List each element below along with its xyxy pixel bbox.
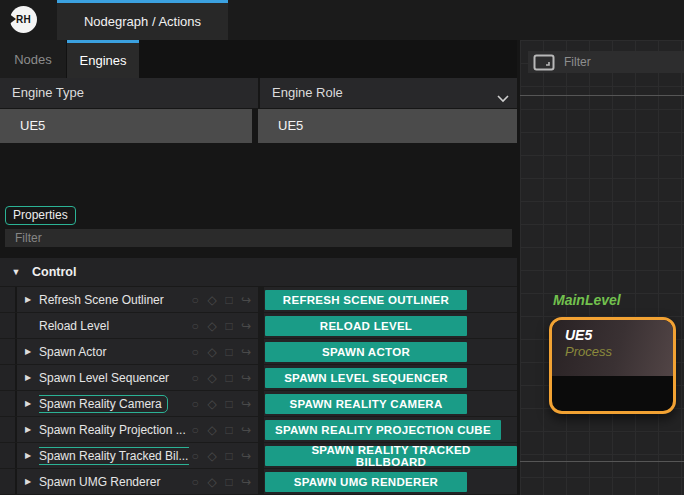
circle-icon[interactable]: ○ [189,320,201,332]
property-label: Reload Level [39,319,109,333]
circle-icon[interactable]: ○ [189,424,201,436]
row-icon-group: ○ ◇ □ ↪ [189,450,252,462]
keyframe-diamond-icon[interactable]: ◇ [206,398,218,410]
tab-nodegraph-actions[interactable]: Nodegraph / Actions [57,0,228,40]
goto-arrow-icon[interactable]: ↪ [240,424,252,436]
tab-nodes[interactable]: Nodes [0,40,66,78]
fit-view-icon[interactable] [533,54,555,71]
control-group-header[interactable]: ▼ Control [0,258,517,287]
keyframe-diamond-icon[interactable]: ◇ [206,450,218,462]
keyframe-diamond-icon[interactable]: ◇ [206,346,218,358]
property-row[interactable]: ▶ Spawn Reality Camera ○ ◇ □ ↪ SPAWN REA… [0,391,517,417]
spawn-reality-camera-button[interactable]: SPAWN REALITY CAMERA [265,394,467,414]
square-icon[interactable]: □ [223,450,235,462]
node-header: UE5 Process [552,320,673,376]
property-row[interactable]: ▶ Spawn Actor ○ ◇ □ ↪ SPAWN ACTOR [0,339,517,365]
property-row[interactable]: ▶ Refresh Scene Outliner ○ ◇ □ ↪ REFRESH… [0,287,517,313]
spawn-actor-button[interactable]: SPAWN ACTOR [265,342,467,362]
property-row[interactable]: Reload Level ○ ◇ □ ↪ RELOAD LEVEL [0,313,517,339]
property-row[interactable]: ▶ Spawn Reality Projection ... ○ ◇ □ ↪ S… [0,417,517,443]
reload-level-button[interactable]: RELOAD LEVEL [265,316,467,336]
property-row[interactable]: ▶ Spawn Level Sequencer ○ ◇ □ ↪ SPAWN LE… [0,365,517,391]
square-icon[interactable]: □ [223,398,235,410]
tab-nodes-label: Nodes [14,52,52,67]
expand-arrow-icon[interactable]: ▶ [17,399,39,408]
row-gutter [0,469,17,494]
goto-arrow-icon[interactable]: ↪ [240,294,252,306]
property-row[interactable]: ▶ Spawn Reality Tracked Bil... ○ ◇ □ ↪ S… [0,443,517,469]
row-gutter [0,443,17,468]
property-row[interactable]: ▶ Spawn UMG Renderer ○ ◇ □ ↪ SPAWN UMG R… [0,469,517,495]
action-cell: RELOAD LEVEL [264,313,517,338]
expand-arrow-icon[interactable]: ▶ [17,295,39,304]
square-icon[interactable]: □ [223,320,235,332]
goto-arrow-icon[interactable]: ↪ [240,346,252,358]
square-icon[interactable]: □ [223,346,235,358]
spawn-umg-renderer-button[interactable]: SPAWN UMG RENDERER [265,472,467,492]
engine-table-row[interactable]: UE5 UE5 [0,109,517,143]
reality-hub-logo: RH [10,6,37,33]
expand-arrow-icon[interactable]: ▶ [17,477,39,486]
row-icon-group: ○ ◇ □ ↪ [189,294,252,306]
app-window: RH Nodegraph / Actions Nodes Engines Eng… [0,0,684,495]
goto-arrow-icon[interactable]: ↪ [240,320,252,332]
goto-arrow-icon[interactable]: ↪ [240,476,252,488]
circle-icon[interactable]: ○ [189,476,201,488]
grid-major-line [520,95,684,96]
action-cell: SPAWN REALITY TRACKED BILLBOARD [264,443,517,468]
tab-engines[interactable]: Engines [67,40,139,78]
action-cell: SPAWN REALITY CAMERA [264,391,517,416]
keyframe-diamond-icon[interactable]: ◇ [206,320,218,332]
node-title: UE5 [565,327,673,343]
spawn-reality-projection-cube-button[interactable]: SPAWN REALITY PROJECTION CUBE [265,420,501,440]
keyframe-diamond-icon[interactable]: ◇ [206,476,218,488]
nodegraph-canvas[interactable]: MainLevel UE5 Process [520,40,684,495]
goto-arrow-icon[interactable]: ↪ [240,372,252,384]
circle-icon[interactable]: ○ [189,346,201,358]
row-gutter [0,365,17,390]
graph-filter-input[interactable] [564,55,674,69]
chevron-down-icon[interactable] [497,89,509,107]
square-icon[interactable]: □ [223,476,235,488]
properties-badge: Properties [5,206,76,225]
column-header-engine-role[interactable]: Engine Role [258,78,517,108]
circle-icon[interactable]: ○ [189,294,201,306]
expand-arrow-icon[interactable]: ▶ [17,373,39,382]
engine-table-header: Engine Type Engine Role [0,78,517,108]
ue5-process-node[interactable]: UE5 Process [549,317,676,414]
collapse-arrow-icon[interactable]: ▼ [0,267,32,277]
square-icon[interactable]: □ [223,372,235,384]
row-gutter [0,391,17,416]
goto-arrow-icon[interactable]: ↪ [240,398,252,410]
property-label: Spawn Actor [39,345,106,359]
panel-spacer [0,143,517,202]
expand-arrow-icon[interactable]: ▶ [17,425,39,434]
circle-icon[interactable]: ○ [189,398,201,410]
property-label: Spawn UMG Renderer [39,475,160,489]
column-header-engine-type[interactable]: Engine Type [0,78,258,108]
node-subtitle: Process [565,344,673,359]
square-icon[interactable]: □ [223,424,235,436]
tab-nodegraph-actions-label: Nodegraph / Actions [84,14,201,29]
control-group-label: Control [32,265,76,279]
left-panel: Nodes Engines Engine Type Engine Role UE… [0,40,517,495]
node-group-label: MainLevel [553,292,621,308]
spawn-level-sequencer-button[interactable]: SPAWN LEVEL SEQUENCER [265,368,467,388]
circle-icon[interactable]: ○ [189,450,201,462]
goto-arrow-icon[interactable]: ↪ [240,450,252,462]
properties-filter-input[interactable] [5,229,512,247]
expand-arrow-icon[interactable]: ▶ [17,347,39,356]
row-icon-group: ○ ◇ □ ↪ [189,398,252,410]
square-icon[interactable]: □ [223,294,235,306]
cell-engine-role[interactable]: UE5 [258,109,517,143]
expand-arrow-icon[interactable]: ▶ [17,451,39,460]
cell-engine-type[interactable]: UE5 [0,109,252,143]
spawn-reality-tracked-billboard-button[interactable]: SPAWN REALITY TRACKED BILLBOARD [265,446,517,466]
keyframe-diamond-icon[interactable]: ◇ [206,294,218,306]
circle-icon[interactable]: ○ [189,372,201,384]
keyframe-diamond-icon[interactable]: ◇ [206,424,218,436]
row-icon-group: ○ ◇ □ ↪ [189,320,252,332]
refresh-scene-outliner-button[interactable]: REFRESH SCENE OUTLINER [265,290,467,310]
keyframe-diamond-icon[interactable]: ◇ [206,372,218,384]
row-gutter [0,417,17,442]
